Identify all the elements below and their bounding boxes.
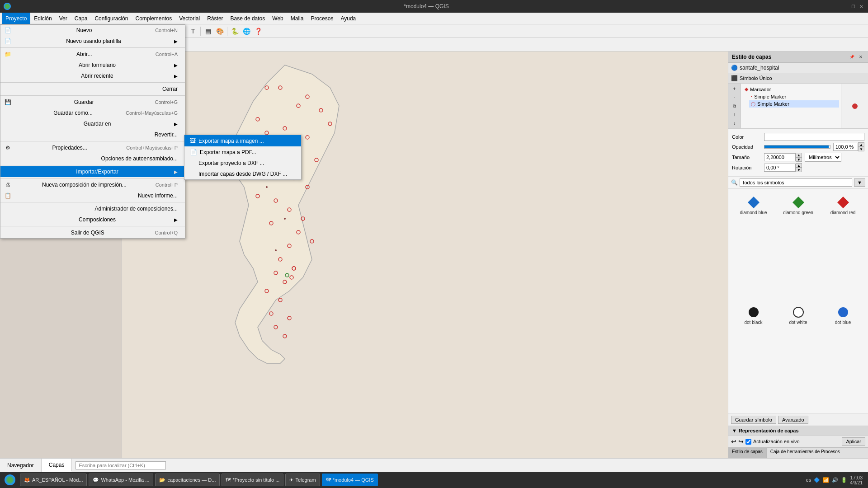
rotation-input[interactable] [764,164,796,172]
menu-abrir-reciente[interactable]: Abrir reciente ▶ [0,70,185,81]
opacity-down[interactable]: ▼ [858,147,864,151]
menu-guardar[interactable]: 💾 Guardar Control+G [0,97,185,108]
close-panel-btn[interactable]: ✕ [857,53,864,61]
submenu-export-pdf[interactable]: 📄 Exportar mapa a PDF... [184,146,301,158]
menu-guardar-en[interactable]: Guardar en ▶ [0,118,185,129]
size-spin[interactable]: ▲ ▼ [764,153,802,162]
submenu-export-dxf[interactable]: Exportar proyecto a DXF ... [184,158,301,169]
minimize-button[interactable]: — [842,3,848,9]
navigator-tab[interactable]: Navegador [0,459,42,472]
live-update-checkbox[interactable] [745,439,751,445]
menu-composiciones[interactable]: Composiciones ▶ [0,214,185,225]
menu-web[interactable]: Web [269,13,287,24]
symbol-dot-white[interactable]: dot white [777,302,820,410]
dn-layer-icon-btn[interactable]: ↓ [730,120,739,127]
svg-point-32 [274,325,278,329]
menu-raster[interactable]: Ráster [203,13,226,24]
color-swatch[interactable] [764,133,864,141]
menu-ver[interactable]: Ver [56,13,71,24]
symbols-search-input[interactable] [740,178,852,187]
menu-procesos[interactable]: Procesos [307,13,337,24]
menu-salir[interactable]: Salir de QGIS Control+Q [0,227,185,238]
pin-btn[interactable]: 📌 [848,53,855,61]
submenu-import-dwg[interactable]: Importar capas desde DWG / DXF ... [184,169,301,179]
menu-capa[interactable]: Capa [71,13,91,24]
opacity-up[interactable]: ▲ [858,142,864,147]
tab-caja-herramientas[interactable]: Caja de herramientas de Procesos [767,448,844,458]
start-btn[interactable] [2,472,18,488]
symbols-filter-btn[interactable]: ▼ [854,178,865,187]
menu-admin-composiciones[interactable]: Administrador de composiciones... [0,203,185,214]
menu-basedatos[interactable]: Base de datos [227,13,269,24]
rotation-down[interactable]: ▼ [796,168,802,172]
menu-ayuda[interactable]: Ayuda [337,13,359,24]
undo-layer-btn[interactable]: ↩ [731,438,736,445]
opacity-spin[interactable]: ▲ ▼ [833,142,864,151]
menu-importar-exportar[interactable]: Importar/Exportar ▶ [0,166,185,177]
menu-propiedades[interactable]: ⚙ Propiedades... Control+Mayúsculas+P [0,142,185,153]
del-layer-icon-btn[interactable]: - [730,94,739,101]
layers-tab[interactable]: Capas [42,459,72,472]
menu-edicion[interactable]: Edición [30,13,55,24]
symbol-dot-blue[interactable]: dot blue [821,302,864,410]
opacity-slider[interactable] [764,145,830,149]
menu-revertir[interactable]: Revertir... [0,129,185,140]
taskbar-capacitaciones[interactable]: 📂 capacitaciones — D... [155,474,220,486]
menu-nueva-composicion[interactable]: 🖨 Nueva composición de impresión... Cont… [0,179,185,190]
taskbar-firefox1[interactable]: 🦊 AR_ESPAÑOL - Mód... [20,474,87,486]
taskbar: 🦊 AR_ESPAÑOL - Mód... 💬 WhatsApp - Mozil… [0,472,868,488]
size-up[interactable]: ▲ [796,153,802,157]
marker-tree-item[interactable]: ◆ Marcador [743,85,839,93]
maximize-button[interactable]: ☐ [850,3,856,9]
up-layer-icon-btn[interactable]: ↑ [730,111,739,118]
submenu-export-image[interactable]: 🖼 Exportar mapa a imagen ... [184,135,301,146]
tab-estilo-capas[interactable]: Estilo de capas [728,448,767,458]
style-btn[interactable]: 🎨 [214,26,225,37]
simple-marker-2-item[interactable]: ◯ Simple Marker [749,100,839,108]
taskbar-proyecto[interactable]: 🗺 *Proyecto sin título ... [222,474,283,486]
redo-layer-btn[interactable]: ↪ [738,438,744,445]
menu-nuevo[interactable]: 📄 Nuevo Control+N [0,25,185,36]
map-area[interactable] [122,52,728,458]
opacity-input[interactable] [833,143,858,151]
menu-proyecto[interactable]: Proyecto [2,13,30,24]
symbol-diamond-green[interactable]: diamond green [777,192,820,300]
menu-guardar-como[interactable]: Guardar como... Control+Mayúsculas+G [0,108,185,118]
layer-repr-expand-icon[interactable]: ▼ [732,428,737,433]
size-input[interactable] [764,153,796,161]
menu-abrir[interactable]: 📁 Abrir... Control+A [0,49,185,60]
svg-point-30 [269,312,273,315]
menu-nuevo-informe[interactable]: 📋 Nuevo informe... [0,190,185,201]
scale-btn[interactable]: ▤ [203,26,213,37]
close-button[interactable]: ✕ [858,3,864,9]
menu-complementos[interactable]: Complementos [132,13,175,24]
dup-layer-icon-btn[interactable]: ⧉ [730,103,739,109]
symbol-diamond-red[interactable]: diamond red [821,192,864,300]
menu-vectorial[interactable]: Vectorial [175,13,203,24]
rotation-spin[interactable]: ▲ ▼ [764,163,802,172]
python-btn[interactable]: 🐍 [229,26,240,37]
menu-malla[interactable]: Malla [287,13,307,24]
help-btn[interactable]: ❓ [253,26,264,37]
save-symbol-btn[interactable]: Guardar símbolo [731,416,776,424]
locator-input[interactable] [75,461,166,469]
apply-btn[interactable]: Aplicar [842,437,865,446]
symbol-diamond-blue[interactable]: diamond blue [732,192,775,300]
taskbar-whatsapp[interactable]: 💬 WhatsApp - Mozilla ... [89,474,153,486]
taskbar-telegram[interactable]: ✈ Telegram [285,474,320,486]
browser-btn[interactable]: 🌐 [241,26,252,37]
menu-autoensamblado[interactable]: Opciones de autoensamblado... [0,153,185,164]
size-unit-select[interactable]: Milímetros [805,153,841,162]
label-btn[interactable]: T [188,26,198,37]
advanced-btn[interactable]: Avanzado [778,416,808,424]
size-down[interactable]: ▼ [796,157,802,162]
menu-abrir-formulario[interactable]: Abrir formulario ▶ [0,60,185,70]
symbol-dot-black[interactable]: dot black [732,302,775,410]
simple-marker-1-item[interactable]: • Simple Marker [749,93,839,100]
taskbar-modulo4[interactable]: 🗺 *modulo4 — QGIS [322,474,378,486]
rotation-up[interactable]: ▲ [796,163,802,168]
menu-nuevo-plantilla[interactable]: 📄 Nuevo usando plantilla ▶ [0,36,185,47]
menu-configuracion[interactable]: Configuración [91,13,132,24]
add-layer-icon-btn[interactable]: + [730,85,739,92]
menu-cerrar[interactable]: Cerrar [0,84,185,94]
